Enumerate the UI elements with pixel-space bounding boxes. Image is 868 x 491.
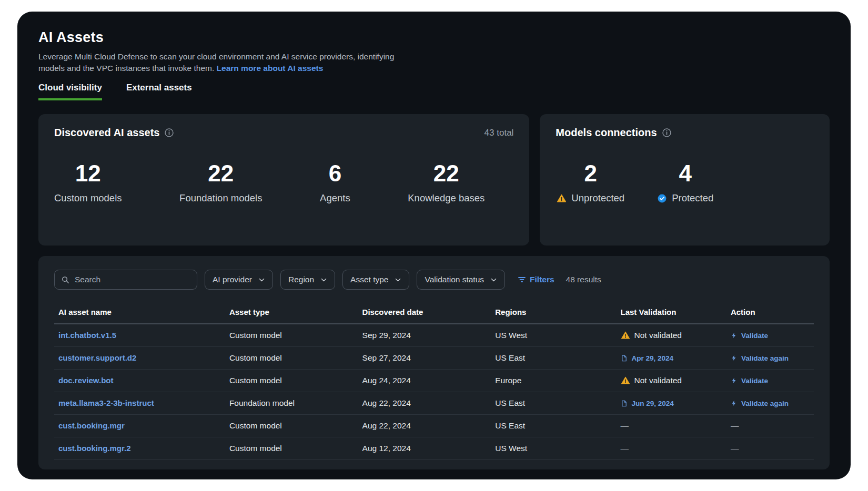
validate-link: —: [731, 444, 739, 453]
connections-stats: 2 Unprotected 4 Protected: [556, 162, 814, 204]
table-header-row: AI asset name Asset type Discovered date…: [54, 302, 814, 324]
action-cell: —: [726, 415, 814, 437]
validation-text: —: [621, 421, 629, 431]
info-icon[interactable]: [662, 128, 671, 137]
chevron-down-icon: [395, 277, 401, 283]
stat-value: 6: [320, 162, 350, 185]
chevron-down-icon: [258, 277, 265, 283]
filter-icon: [518, 275, 526, 284]
validation-text: Jun 29, 2024: [632, 400, 674, 407]
action-cell: Validate again: [726, 347, 814, 370]
dropdown-label: AI provider: [213, 275, 252, 284]
validation-text: —: [621, 444, 629, 453]
asset-name-link[interactable]: cust.booking.mgr: [58, 421, 125, 430]
discovered-card-header: Discovered AI assets 43 total: [54, 127, 513, 139]
stat-value: 2: [557, 162, 624, 185]
summary-cards-row: Discovered AI assets 43 total 12 Custom …: [17, 114, 851, 246]
asset-type-cell: Custom model: [225, 370, 358, 392]
dropdown-validation-status[interactable]: Validation status: [417, 270, 505, 290]
discovered-date-cell: Sep 29, 2024: [358, 324, 491, 347]
validate-link[interactable]: Validate: [741, 332, 768, 340]
validation-cell: Not validated: [617, 370, 726, 392]
warning-icon: [621, 331, 630, 340]
asset-name-link[interactable]: customer.support.d2: [58, 353, 136, 362]
search-input[interactable]: [75, 275, 190, 284]
table-row: cust.booking.mgr Custom model Aug 22, 20…: [54, 415, 814, 437]
connections-card-title: Models connections: [556, 127, 657, 139]
check-circle-icon: [657, 193, 667, 203]
info-icon[interactable]: [165, 128, 174, 137]
filters-button[interactable]: Filters: [518, 275, 554, 284]
asset-name-link[interactable]: doc.review.bot: [58, 376, 113, 385]
chevron-down-icon: [320, 277, 327, 283]
validation-cell: Apr 29, 2024: [617, 347, 726, 370]
stat-unprotected: 2 Unprotected: [557, 162, 624, 204]
document-icon: [621, 354, 628, 362]
stat-label: Protected: [672, 192, 713, 204]
connections-card-header: Models connections: [556, 127, 814, 139]
asset-type-cell: Custom model: [225, 347, 358, 370]
dropdown-label: Asset type: [350, 275, 388, 284]
dropdown-asset-type[interactable]: Asset type: [342, 270, 409, 290]
results-count: 48 results: [566, 275, 601, 284]
asset-name-link[interactable]: meta.llama3-2-3b-instruct: [58, 398, 154, 407]
discovered-card-title: Discovered AI assets: [54, 127, 159, 139]
validate-link[interactable]: Validate again: [741, 354, 789, 362]
stat-value: 22: [408, 162, 485, 185]
column-header-regions: Regions: [491, 302, 616, 324]
stat-value: 12: [54, 162, 122, 185]
stat-label: Agents: [320, 192, 350, 204]
column-header-action: Action: [726, 302, 814, 324]
page-description: Leverage Multi Cloud Defense to scan you…: [38, 51, 407, 74]
asset-type-cell: Custom model: [225, 415, 358, 437]
action-cell: Validate again: [726, 392, 814, 415]
page-title: AI Assets: [38, 29, 830, 46]
validate-icon: [731, 354, 737, 362]
stat-protected: 4 Protected: [657, 162, 713, 204]
page-header: AI Assets Leverage Multi Cloud Defense t…: [17, 12, 851, 100]
region-cell: US East: [491, 347, 616, 370]
stat-value: 22: [179, 162, 262, 185]
column-header-type: Asset type: [225, 302, 358, 324]
region-cell: US East: [491, 415, 616, 437]
tab-cloud-visibility[interactable]: Cloud visibility: [38, 83, 102, 100]
dropdown-ai-provider[interactable]: AI provider: [205, 270, 273, 290]
learn-more-link[interactable]: Learn more about AI assets: [217, 64, 324, 73]
tab-external-assets[interactable]: External assets: [126, 83, 192, 100]
discovered-date-cell: Aug 22, 2024: [358, 415, 491, 437]
filters-label: Filters: [530, 275, 554, 284]
chevron-down-icon: [490, 277, 497, 283]
discovered-assets-card: Discovered AI assets 43 total 12 Custom …: [38, 114, 529, 246]
validate-icon: [731, 377, 737, 384]
table-row: int.chatbot.v1.5 Custom model Sep 29, 20…: [54, 324, 814, 347]
asset-name-link[interactable]: cust.booking.mgr.2: [58, 444, 131, 453]
validate-link[interactable]: Validate: [741, 377, 768, 385]
stat-foundation-models: 22 Foundation models: [179, 162, 262, 204]
warning-icon: [557, 193, 567, 203]
column-header-date: Discovered date: [358, 302, 491, 324]
validate-link[interactable]: Validate again: [741, 400, 789, 407]
stat-agents: 6 Agents: [320, 162, 350, 204]
column-header-name: AI asset name: [54, 302, 225, 324]
stat-knowledge-bases: 22 Knowledge bases: [408, 162, 485, 204]
validation-text: Not validated: [634, 331, 682, 340]
validation-cell: —: [617, 437, 726, 460]
warning-icon: [621, 376, 630, 385]
asset-type-cell: Custom model: [225, 437, 358, 460]
document-icon: [621, 400, 628, 407]
discovered-date-cell: Aug 22, 2024: [358, 392, 491, 415]
asset-name-link[interactable]: int.chatbot.v1.5: [58, 331, 116, 340]
region-cell: Europe: [491, 370, 616, 392]
search-box[interactable]: [54, 270, 197, 290]
stat-label: Foundation models: [179, 192, 262, 204]
stat-value: 4: [657, 162, 713, 185]
discovered-date-cell: Sep 27, 2024: [358, 347, 491, 370]
tab-bar: Cloud visibility External assets: [38, 83, 830, 100]
stat-custom-models: 12 Custom models: [54, 162, 122, 204]
region-cell: US West: [491, 437, 616, 460]
search-icon: [61, 275, 70, 284]
action-cell: —: [726, 437, 814, 460]
dropdown-region[interactable]: Region: [280, 270, 335, 290]
validate-icon: [731, 400, 737, 407]
validation-cell: Not validated: [617, 324, 726, 347]
